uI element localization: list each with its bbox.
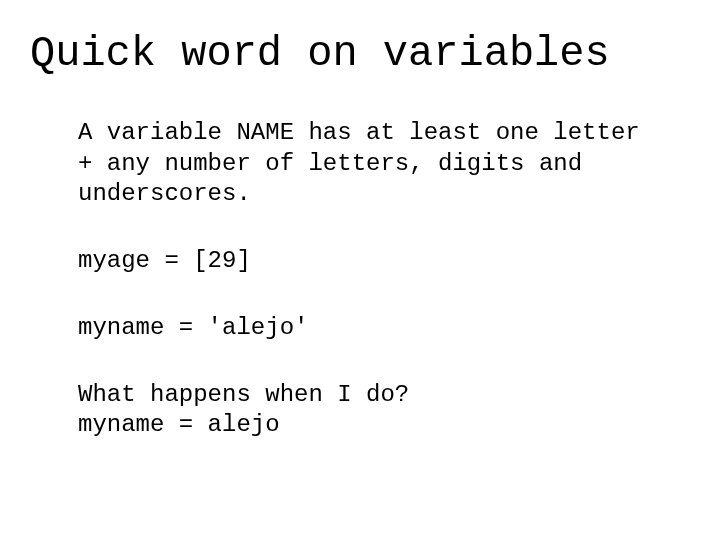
paragraph-question: What happens when I do? xyxy=(78,380,650,411)
paragraph-example-age: myage = [29] xyxy=(78,246,650,277)
slide-title: Quick word on variables xyxy=(30,30,690,78)
slide-body: A variable NAME has at least one letter … xyxy=(30,118,690,441)
paragraph-question-code: myname = alejo xyxy=(78,410,650,441)
paragraph-question-block: What happens when I do? myname = alejo xyxy=(78,380,650,441)
paragraph-example-name: myname = 'alejo' xyxy=(78,313,650,344)
paragraph-rule: A variable NAME has at least one letter … xyxy=(78,118,650,210)
